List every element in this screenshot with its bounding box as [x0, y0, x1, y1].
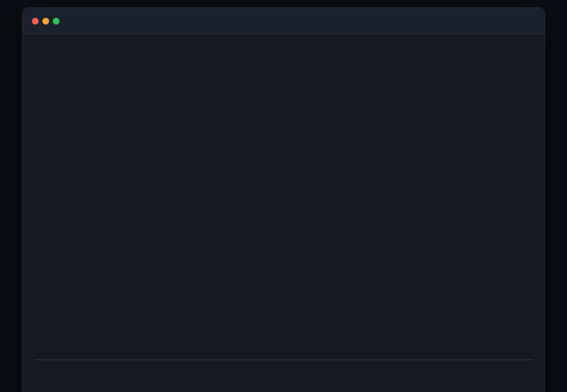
efficiency-line	[35, 217, 532, 229]
titlebar	[22, 8, 545, 34]
close-button[interactable]	[32, 18, 39, 25]
terminal-output	[22, 34, 545, 392]
maximize-button[interactable]	[53, 18, 60, 25]
profile-columns-header	[35, 308, 532, 320]
window-controls	[32, 18, 60, 25]
minimize-button[interactable]	[42, 18, 49, 25]
sample-rate-line	[35, 168, 532, 180]
profile-stats-title	[35, 274, 532, 285]
captured-line	[35, 119, 532, 131]
terminal-window	[22, 7, 545, 392]
header-divider	[35, 360, 533, 360]
prompt-line	[35, 65, 532, 76]
